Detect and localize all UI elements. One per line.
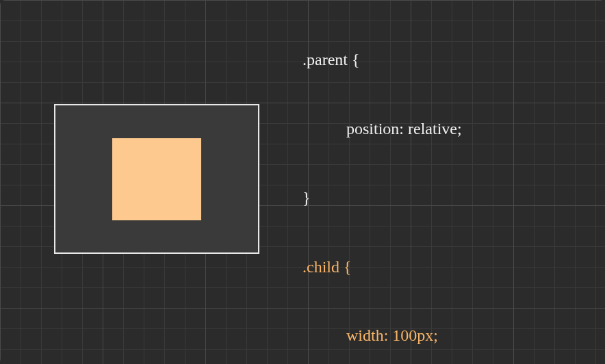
parent-rule-position: position: relative; — [302, 118, 467, 141]
child-box — [112, 138, 201, 220]
child-selector-line: .child { — [302, 256, 467, 279]
parent-close-brace: } — [302, 187, 467, 210]
demo-area — [54, 104, 259, 254]
content-wrapper: .parent { position: relative; } .child {… — [0, 0, 605, 364]
code-area: .parent { position: relative; } .child {… — [302, 3, 467, 364]
parent-selector-line: .parent { — [302, 49, 467, 72]
parent-box — [54, 104, 259, 254]
child-rule-width: width: 100px; — [302, 324, 467, 348]
